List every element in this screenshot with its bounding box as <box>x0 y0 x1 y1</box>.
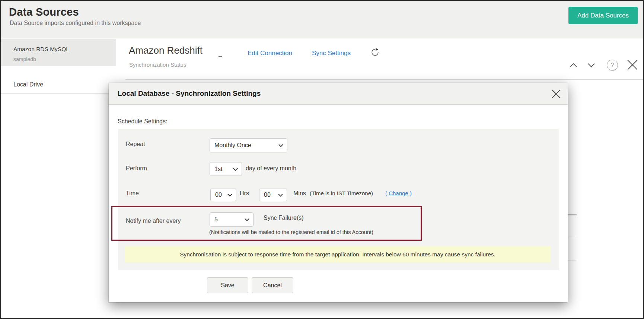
help-icon[interactable]: ? <box>607 60 618 71</box>
schedule-settings-label: Schedule Settings: <box>118 118 167 125</box>
chevron-down-icon <box>278 192 283 197</box>
dialog-close-icon[interactable] <box>551 89 561 99</box>
sidebar-item-label: Local Drive <box>13 81 43 88</box>
page-title: Data Sources <box>9 6 79 18</box>
app-window: Data Sources Data Source imports configu… <box>0 0 644 319</box>
page-header: Data Sources Data Source imports configu… <box>1 1 643 38</box>
timezone-note: (Time is in IST Timezone) <box>310 190 373 196</box>
datasource-sidebar: Amazon RDS MySQL sampledb Local Drive <box>1 39 116 319</box>
repeat-select[interactable]: Monthly Once <box>210 138 287 152</box>
chevron-down-icon <box>227 192 232 197</box>
hours-unit-label: Hrs <box>240 190 249 197</box>
sync-failures-select[interactable]: 5 <box>210 212 254 227</box>
background-table-line <box>567 260 576 260</box>
minutes-select[interactable]: 00 <box>259 189 287 201</box>
perform-suffix-text: day of every month <box>246 165 296 172</box>
sync-warning-text: Synchronisation is subject to response t… <box>180 251 495 258</box>
add-data-sources-button[interactable]: Add Data Sources <box>568 7 638 24</box>
sync-failures-suffix: Sync Failure(s) <box>264 215 304 221</box>
background-table-line <box>567 214 577 215</box>
notification-note: (Notifications will be mailed to the reg… <box>209 229 373 235</box>
change-timezone-link[interactable]: ( Change ) <box>385 190 412 196</box>
sidebar-item-label: Amazon RDS MySQL <box>13 46 69 53</box>
datasource-heading: Amazon Redshift <box>129 45 203 56</box>
change-link-paren: ) <box>408 190 412 196</box>
sync-settings-dialog: Local Database - Synchronization Setting… <box>109 83 568 302</box>
table-divider <box>125 79 643 80</box>
perform-day-select[interactable]: 1st <box>210 162 242 176</box>
hours-select[interactable]: 00 <box>210 189 236 201</box>
sync-failures-select-value: 5 <box>214 216 218 223</box>
perform-label: Perform <box>126 165 147 172</box>
refresh-icon[interactable] <box>370 48 380 57</box>
text-cursor <box>219 56 222 57</box>
page-subtitle: Data Source imports configured in this w… <box>10 20 141 26</box>
chevron-down-icon <box>233 166 238 171</box>
close-panel-icon[interactable] <box>627 59 638 71</box>
sidebar-item-local-drive[interactable]: Local Drive <box>1 66 116 92</box>
sync-warning-band: Synchronisation is subject to response t… <box>125 246 551 263</box>
chevron-down-icon <box>278 142 283 147</box>
change-link-paren: ( <box>385 190 389 196</box>
cancel-button[interactable]: Cancel <box>252 277 293 293</box>
sidebar-item-amazon-rds-mysql[interactable]: Amazon RDS MySQL sampledb <box>1 39 116 66</box>
chevron-up-icon[interactable] <box>571 63 579 69</box>
change-link-text: Change <box>389 190 408 196</box>
chevron-down-icon <box>245 217 249 221</box>
dialog-title: Local Database - Synchronization Setting… <box>118 89 261 98</box>
sidebar-divider <box>1 93 116 94</box>
synchronization-status-label: Synchronization Status <box>129 61 186 68</box>
notify-label: Notify me after every <box>126 218 181 224</box>
save-button[interactable]: Save <box>207 277 248 293</box>
perform-day-select-value: 1st <box>214 166 222 173</box>
background-table-line <box>567 238 576 238</box>
edit-connection-link[interactable]: Edit Connection <box>248 50 292 57</box>
sync-settings-link[interactable]: Sync Settings <box>312 50 351 57</box>
schedule-form-panel: Repeat Monthly Once Perform 1st day of e… <box>118 129 559 270</box>
minutes-unit-label: Mins <box>293 190 306 197</box>
sidebar-item-sublabel: sampledb <box>13 56 36 62</box>
time-label: Time <box>126 190 139 197</box>
minutes-select-value: 00 <box>264 192 271 198</box>
repeat-label: Repeat <box>126 141 145 148</box>
repeat-select-value: Monthly Once <box>214 142 251 149</box>
chevron-down-icon[interactable] <box>589 61 597 68</box>
hours-select-value: 00 <box>215 192 222 198</box>
dialog-header: Local Database - Synchronization Setting… <box>109 83 568 105</box>
